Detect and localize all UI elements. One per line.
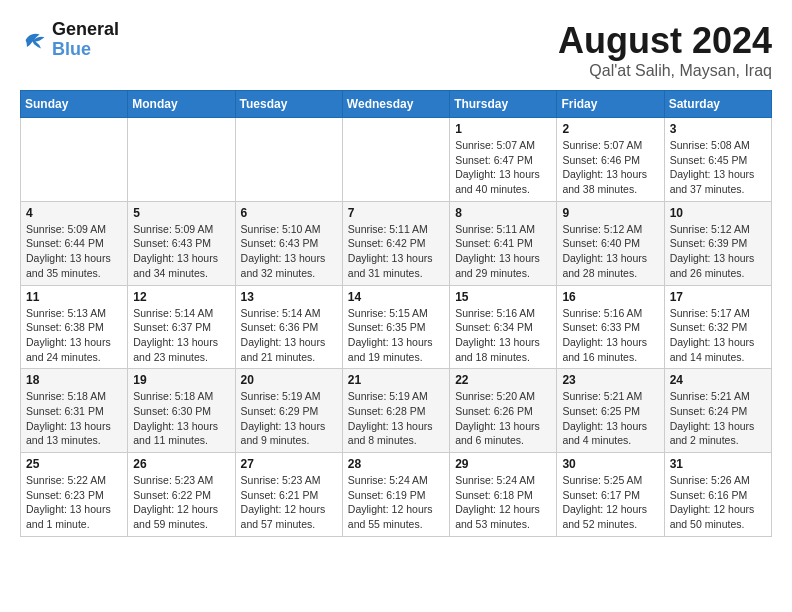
page-title: August 2024 <box>558 20 772 62</box>
day-info: Sunrise: 5:09 AMSunset: 6:44 PMDaylight:… <box>26 222 122 281</box>
calendar-cell: 24Sunrise: 5:21 AMSunset: 6:24 PMDayligh… <box>664 369 771 453</box>
day-info: Sunrise: 5:21 AMSunset: 6:24 PMDaylight:… <box>670 389 766 448</box>
calendar-header-row: SundayMondayTuesdayWednesdayThursdayFrid… <box>21 91 772 118</box>
calendar-cell: 28Sunrise: 5:24 AMSunset: 6:19 PMDayligh… <box>342 453 449 537</box>
calendar-cell: 26Sunrise: 5:23 AMSunset: 6:22 PMDayligh… <box>128 453 235 537</box>
day-number: 8 <box>455 206 551 220</box>
day-number: 13 <box>241 290 337 304</box>
day-info: Sunrise: 5:08 AMSunset: 6:45 PMDaylight:… <box>670 138 766 197</box>
calendar-cell: 6Sunrise: 5:10 AMSunset: 6:43 PMDaylight… <box>235 201 342 285</box>
calendar-cell <box>128 118 235 202</box>
day-of-week-header: Saturday <box>664 91 771 118</box>
calendar-cell <box>235 118 342 202</box>
calendar-cell: 1Sunrise: 5:07 AMSunset: 6:47 PMDaylight… <box>450 118 557 202</box>
day-number: 25 <box>26 457 122 471</box>
logo: GeneralBlue <box>20 20 119 60</box>
calendar-cell <box>21 118 128 202</box>
day-info: Sunrise: 5:23 AMSunset: 6:22 PMDaylight:… <box>133 473 229 532</box>
day-info: Sunrise: 5:14 AMSunset: 6:36 PMDaylight:… <box>241 306 337 365</box>
day-info: Sunrise: 5:21 AMSunset: 6:25 PMDaylight:… <box>562 389 658 448</box>
day-number: 15 <box>455 290 551 304</box>
calendar-week-row: 11Sunrise: 5:13 AMSunset: 6:38 PMDayligh… <box>21 285 772 369</box>
calendar-cell: 17Sunrise: 5:17 AMSunset: 6:32 PMDayligh… <box>664 285 771 369</box>
day-info: Sunrise: 5:14 AMSunset: 6:37 PMDaylight:… <box>133 306 229 365</box>
calendar-cell: 31Sunrise: 5:26 AMSunset: 6:16 PMDayligh… <box>664 453 771 537</box>
calendar-week-row: 18Sunrise: 5:18 AMSunset: 6:31 PMDayligh… <box>21 369 772 453</box>
day-info: Sunrise: 5:10 AMSunset: 6:43 PMDaylight:… <box>241 222 337 281</box>
day-info: Sunrise: 5:11 AMSunset: 6:42 PMDaylight:… <box>348 222 444 281</box>
day-number: 29 <box>455 457 551 471</box>
logo-text: GeneralBlue <box>52 20 119 60</box>
day-info: Sunrise: 5:17 AMSunset: 6:32 PMDaylight:… <box>670 306 766 365</box>
calendar-cell: 5Sunrise: 5:09 AMSunset: 6:43 PMDaylight… <box>128 201 235 285</box>
day-number: 16 <box>562 290 658 304</box>
calendar-cell: 20Sunrise: 5:19 AMSunset: 6:29 PMDayligh… <box>235 369 342 453</box>
day-number: 3 <box>670 122 766 136</box>
day-number: 23 <box>562 373 658 387</box>
day-info: Sunrise: 5:15 AMSunset: 6:35 PMDaylight:… <box>348 306 444 365</box>
page-subtitle: Qal'at Salih, Maysan, Iraq <box>558 62 772 80</box>
day-of-week-header: Sunday <box>21 91 128 118</box>
day-number: 24 <box>670 373 766 387</box>
day-info: Sunrise: 5:16 AMSunset: 6:34 PMDaylight:… <box>455 306 551 365</box>
calendar-cell: 13Sunrise: 5:14 AMSunset: 6:36 PMDayligh… <box>235 285 342 369</box>
day-info: Sunrise: 5:12 AMSunset: 6:40 PMDaylight:… <box>562 222 658 281</box>
calendar-cell: 2Sunrise: 5:07 AMSunset: 6:46 PMDaylight… <box>557 118 664 202</box>
day-info: Sunrise: 5:12 AMSunset: 6:39 PMDaylight:… <box>670 222 766 281</box>
calendar-cell: 25Sunrise: 5:22 AMSunset: 6:23 PMDayligh… <box>21 453 128 537</box>
calendar-cell: 8Sunrise: 5:11 AMSunset: 6:41 PMDaylight… <box>450 201 557 285</box>
day-number: 20 <box>241 373 337 387</box>
page-header: GeneralBlue August 2024 Qal'at Salih, Ma… <box>20 20 772 80</box>
day-number: 1 <box>455 122 551 136</box>
calendar-cell: 4Sunrise: 5:09 AMSunset: 6:44 PMDaylight… <box>21 201 128 285</box>
day-info: Sunrise: 5:20 AMSunset: 6:26 PMDaylight:… <box>455 389 551 448</box>
day-info: Sunrise: 5:09 AMSunset: 6:43 PMDaylight:… <box>133 222 229 281</box>
day-number: 17 <box>670 290 766 304</box>
logo-bird-icon <box>20 26 48 54</box>
day-info: Sunrise: 5:23 AMSunset: 6:21 PMDaylight:… <box>241 473 337 532</box>
day-info: Sunrise: 5:13 AMSunset: 6:38 PMDaylight:… <box>26 306 122 365</box>
day-info: Sunrise: 5:18 AMSunset: 6:30 PMDaylight:… <box>133 389 229 448</box>
calendar-cell: 11Sunrise: 5:13 AMSunset: 6:38 PMDayligh… <box>21 285 128 369</box>
day-number: 6 <box>241 206 337 220</box>
day-info: Sunrise: 5:22 AMSunset: 6:23 PMDaylight:… <box>26 473 122 532</box>
day-of-week-header: Wednesday <box>342 91 449 118</box>
day-number: 9 <box>562 206 658 220</box>
day-number: 11 <box>26 290 122 304</box>
calendar-cell: 30Sunrise: 5:25 AMSunset: 6:17 PMDayligh… <box>557 453 664 537</box>
day-number: 5 <box>133 206 229 220</box>
day-number: 28 <box>348 457 444 471</box>
calendar-cell: 19Sunrise: 5:18 AMSunset: 6:30 PMDayligh… <box>128 369 235 453</box>
day-info: Sunrise: 5:24 AMSunset: 6:18 PMDaylight:… <box>455 473 551 532</box>
calendar-cell: 23Sunrise: 5:21 AMSunset: 6:25 PMDayligh… <box>557 369 664 453</box>
day-info: Sunrise: 5:25 AMSunset: 6:17 PMDaylight:… <box>562 473 658 532</box>
day-number: 4 <box>26 206 122 220</box>
day-of-week-header: Friday <box>557 91 664 118</box>
day-info: Sunrise: 5:07 AMSunset: 6:46 PMDaylight:… <box>562 138 658 197</box>
day-of-week-header: Tuesday <box>235 91 342 118</box>
day-number: 18 <box>26 373 122 387</box>
calendar-cell: 22Sunrise: 5:20 AMSunset: 6:26 PMDayligh… <box>450 369 557 453</box>
calendar-cell <box>342 118 449 202</box>
calendar-cell: 29Sunrise: 5:24 AMSunset: 6:18 PMDayligh… <box>450 453 557 537</box>
day-number: 14 <box>348 290 444 304</box>
calendar-cell: 27Sunrise: 5:23 AMSunset: 6:21 PMDayligh… <box>235 453 342 537</box>
calendar-week-row: 25Sunrise: 5:22 AMSunset: 6:23 PMDayligh… <box>21 453 772 537</box>
day-number: 10 <box>670 206 766 220</box>
title-block: August 2024 Qal'at Salih, Maysan, Iraq <box>558 20 772 80</box>
calendar-week-row: 4Sunrise: 5:09 AMSunset: 6:44 PMDaylight… <box>21 201 772 285</box>
day-info: Sunrise: 5:24 AMSunset: 6:19 PMDaylight:… <box>348 473 444 532</box>
day-info: Sunrise: 5:16 AMSunset: 6:33 PMDaylight:… <box>562 306 658 365</box>
day-info: Sunrise: 5:18 AMSunset: 6:31 PMDaylight:… <box>26 389 122 448</box>
calendar-cell: 12Sunrise: 5:14 AMSunset: 6:37 PMDayligh… <box>128 285 235 369</box>
day-number: 31 <box>670 457 766 471</box>
calendar-cell: 16Sunrise: 5:16 AMSunset: 6:33 PMDayligh… <box>557 285 664 369</box>
day-number: 19 <box>133 373 229 387</box>
day-number: 21 <box>348 373 444 387</box>
calendar-week-row: 1Sunrise: 5:07 AMSunset: 6:47 PMDaylight… <box>21 118 772 202</box>
calendar-cell: 9Sunrise: 5:12 AMSunset: 6:40 PMDaylight… <box>557 201 664 285</box>
calendar-cell: 15Sunrise: 5:16 AMSunset: 6:34 PMDayligh… <box>450 285 557 369</box>
calendar-table: SundayMondayTuesdayWednesdayThursdayFrid… <box>20 90 772 537</box>
day-info: Sunrise: 5:11 AMSunset: 6:41 PMDaylight:… <box>455 222 551 281</box>
day-number: 26 <box>133 457 229 471</box>
